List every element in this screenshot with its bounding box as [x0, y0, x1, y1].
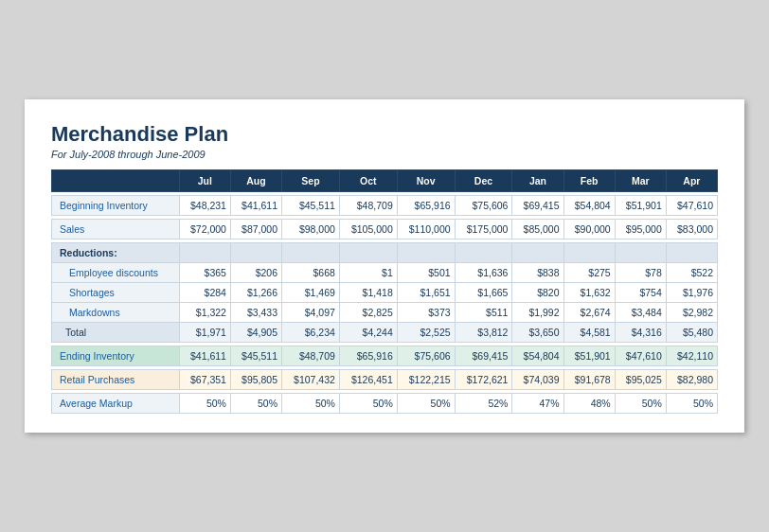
ending-inventory-apr: $42,110: [666, 346, 717, 366]
sales-row: Sales $72,000 $87,000 $98,000 $105,000 $…: [52, 220, 718, 239]
sales-dec: $175,000: [455, 220, 512, 239]
markdowns-mar: $3,484: [615, 303, 666, 323]
reductions-total-mar: $4,316: [615, 323, 666, 343]
reductions-total-label: Total: [52, 323, 180, 343]
sales-jan: $85,000: [512, 220, 563, 239]
shortages-aug: $1,266: [230, 283, 281, 303]
retail-purchases-mar: $95,025: [615, 370, 666, 390]
retail-purchases-aug: $95,805: [230, 370, 281, 390]
shortages-jul: $284: [179, 283, 230, 303]
beginning-inventory-nov: $65,916: [397, 196, 455, 216]
beginning-inventory-sep: $45,511: [282, 196, 340, 216]
beginning-inventory-jan: $69,415: [512, 196, 563, 216]
markdowns-apr: $2,982: [666, 303, 717, 323]
employee-discount-sep: $668: [282, 263, 340, 283]
col-header-apr: Apr: [666, 170, 717, 192]
sales-label: Sales: [52, 220, 180, 239]
markdowns-jul: $1,322: [179, 303, 230, 323]
shortages-jan: $820: [512, 283, 563, 303]
ending-inventory-nov: $75,606: [397, 346, 455, 366]
average-markup-label: Average Markup: [52, 394, 180, 414]
retail-purchases-oct: $126,451: [339, 370, 397, 390]
col-header-sep: Sep: [282, 170, 340, 192]
retail-purchases-apr: $82,980: [666, 370, 717, 390]
ending-inventory-feb: $51,901: [563, 346, 615, 366]
employee-discount-label: Employee discounts: [52, 263, 180, 283]
beginning-inventory-aug: $41,611: [230, 196, 281, 216]
beginning-inventory-label: Beginning Inventory: [52, 196, 180, 216]
ending-inventory-jul: $41,611: [179, 346, 230, 366]
sales-nov: $110,000: [397, 220, 455, 239]
beginning-inventory-jul: $48,231: [179, 196, 230, 216]
markdowns-jan: $1,992: [512, 303, 563, 323]
col-header-aug: Aug: [230, 170, 281, 192]
beginning-inventory-apr: $47,610: [666, 196, 717, 216]
markdowns-label: Markdowns: [52, 303, 180, 323]
retail-purchases-label: Retail Purchases: [52, 370, 180, 390]
reductions-label: Reductions:: [52, 243, 180, 263]
ending-inventory-mar: $47,610: [615, 346, 666, 366]
col-header-nov: Nov: [397, 170, 455, 192]
page-subtitle: For July-2008 through June-2009: [51, 149, 718, 160]
reductions-total-jul: $1,971: [179, 323, 230, 343]
merchandise-plan-table: Jul Aug Sep Oct Nov Dec Jan Feb Mar Apr …: [51, 169, 718, 414]
reductions-total-oct: $4,244: [339, 323, 397, 343]
reductions-total-dec: $3,812: [455, 323, 512, 343]
average-markup-nov: 50%: [397, 394, 455, 414]
page-container: Merchandise Plan For July-2008 through J…: [25, 99, 744, 433]
reductions-total-nov: $2,525: [397, 323, 455, 343]
sales-jul: $72,000: [179, 220, 230, 239]
markdowns-sep: $4,097: [282, 303, 340, 323]
employee-discount-aug: $206: [230, 263, 281, 283]
average-markup-row: Average Markup 50% 50% 50% 50% 50% 52% 4…: [52, 394, 718, 414]
shortages-feb: $1,632: [563, 283, 615, 303]
sales-feb: $90,000: [563, 220, 615, 239]
reductions-total-sep: $6,234: [282, 323, 340, 343]
beginning-inventory-oct: $48,709: [339, 196, 397, 216]
col-header-feb: Feb: [563, 170, 615, 192]
markdowns-oct: $2,825: [339, 303, 397, 323]
shortages-mar: $754: [615, 283, 666, 303]
reductions-total-apr: $5,480: [666, 323, 717, 343]
retail-purchases-dec: $172,621: [455, 370, 512, 390]
average-markup-feb: 48%: [563, 394, 615, 414]
col-header-jan: Jan: [512, 170, 563, 192]
employee-discount-mar: $78: [615, 263, 666, 283]
col-header-oct: Oct: [339, 170, 397, 192]
shortages-nov: $1,651: [397, 283, 455, 303]
beginning-inventory-mar: $51,901: [615, 196, 666, 216]
average-markup-sep: 50%: [282, 394, 340, 414]
page-title: Merchandise Plan: [51, 122, 718, 147]
shortages-oct: $1,418: [339, 283, 397, 303]
average-markup-dec: 52%: [455, 394, 512, 414]
sales-sep: $98,000: [282, 220, 340, 239]
reductions-total-feb: $4,581: [563, 323, 615, 343]
shortages-dec: $1,665: [455, 283, 512, 303]
reductions-header-row: Reductions:: [52, 243, 718, 263]
employee-discount-dec: $1,636: [455, 263, 512, 283]
sales-apr: $83,000: [666, 220, 717, 239]
ending-inventory-label: Ending Inventory: [52, 346, 180, 366]
average-markup-mar: 50%: [615, 394, 666, 414]
reductions-total-jan: $3,650: [512, 323, 563, 343]
retail-purchases-sep: $107,432: [282, 370, 340, 390]
col-header-mar: Mar: [615, 170, 666, 192]
sales-mar: $95,000: [615, 220, 666, 239]
col-header-label: [52, 170, 180, 192]
markdowns-nov: $373: [397, 303, 455, 323]
employee-discount-row: Employee discounts $365 $206 $668 $1 $50…: [52, 263, 718, 283]
retail-purchases-nov: $122,215: [397, 370, 455, 390]
shortages-label: Shortages: [52, 283, 180, 303]
retail-purchases-row: Retail Purchases $67,351 $95,805 $107,43…: [52, 370, 718, 390]
sales-aug: $87,000: [230, 220, 281, 239]
employee-discount-jul: $365: [179, 263, 230, 283]
col-header-jul: Jul: [179, 170, 230, 192]
employee-discount-apr: $522: [666, 263, 717, 283]
ending-inventory-sep: $48,709: [282, 346, 340, 366]
sales-oct: $105,000: [339, 220, 397, 239]
reductions-total-row: Total $1,971 $4,905 $6,234 $4,244 $2,525…: [52, 323, 718, 343]
average-markup-jul: 50%: [179, 394, 230, 414]
ending-inventory-jan: $54,804: [512, 346, 563, 366]
col-header-dec: Dec: [455, 170, 512, 192]
employee-discount-nov: $501: [397, 263, 455, 283]
